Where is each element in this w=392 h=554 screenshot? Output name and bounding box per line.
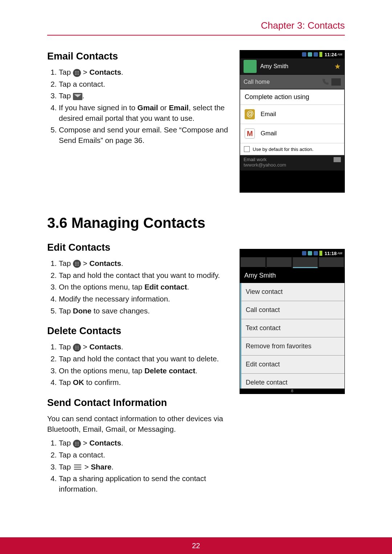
dialog-option-gmail[interactable]: Gmail (240, 124, 344, 143)
menu-edit-contact[interactable]: Edit contact (240, 356, 344, 374)
signal-icon (302, 251, 306, 255)
envelope-icon (334, 157, 341, 162)
chapter-title: Chapter 3: Contacts (261, 20, 345, 31)
step: Tap a sharing application to send the co… (59, 473, 230, 494)
apps-icon (73, 260, 81, 268)
apps-icon (73, 69, 81, 77)
edit-contacts-heading: Edit Contacts (47, 242, 230, 253)
network-icon (314, 251, 318, 255)
page-indicator: 8 (240, 389, 344, 394)
tab[interactable] (319, 257, 344, 268)
screenshots-column: 11:24AM Amy Smith ★ Call home Complete a… (240, 50, 345, 496)
page-header: Chapter 3: Contacts (47, 20, 345, 36)
step: If you have signed in to Gmail or Email,… (59, 103, 230, 123)
menu-title: Amy Smith (240, 268, 344, 283)
avatar (244, 60, 257, 73)
clock: 11:24 (324, 52, 336, 57)
screenshot-email-dialog: 11:24AM Amy Smith ★ Call home Complete a… (240, 50, 345, 193)
menu-remove-favorites[interactable]: Remove from favorites (240, 337, 344, 356)
dialog-title: Complete action using (240, 90, 344, 105)
menu-call-contact[interactable]: Call contact (240, 301, 344, 319)
phone-icon (321, 78, 329, 86)
page-footer: 22 (0, 537, 392, 554)
step: Tap Done to save changes. (59, 306, 230, 316)
step: Tap OK to confirm. (59, 377, 230, 388)
action-dialog: Complete action using Email Gmail Use by… (240, 89, 344, 155)
menu-view-contact[interactable]: View contact (240, 283, 344, 301)
email-contacts-steps: Tap > Contacts. Tap a contact. Tap . If … (47, 67, 230, 146)
delete-contacts-steps: Tap > Contacts. Tap and hold the contact… (47, 342, 230, 388)
step: Tap . (59, 91, 230, 101)
wifi-icon (308, 251, 312, 255)
step: Tap > Contacts. (59, 258, 230, 269)
step: On the options menu, tap Edit contact. (59, 282, 230, 292)
step: Tap and hold the contact that you want t… (59, 354, 230, 364)
edit-contacts-steps: Tap > Contacts. Tap and hold the contact… (47, 258, 230, 316)
apps-icon (73, 440, 81, 448)
send-contact-intro: You can send contact information to othe… (47, 414, 230, 434)
contact-name: Amy Smith (260, 63, 288, 70)
sms-icon (331, 78, 341, 86)
send-contact-steps: Tap > Contacts. Tap a contact. Tap > Sha… (47, 438, 230, 494)
status-bar: 11:24AM (240, 50, 344, 58)
apps-icon (73, 344, 81, 352)
dialog-option-email[interactable]: Email (240, 105, 344, 124)
tab-active[interactable] (293, 257, 318, 268)
step: Tap > Share. (59, 462, 230, 472)
dimmed-email-row: Email work twwork@yahoo.com (240, 155, 344, 171)
menu-text-contact[interactable]: Text contact (240, 319, 344, 337)
wifi-icon (308, 52, 312, 57)
gmail-app-icon (245, 128, 255, 139)
tab-bar (240, 257, 344, 268)
step: On the options menu, tap Delete contact. (59, 366, 230, 376)
network-icon (314, 52, 318, 57)
managing-contacts-heading: 3.6 Managing Contacts (47, 215, 230, 231)
step: Tap a contact. (59, 79, 230, 90)
menu-icon (73, 464, 82, 471)
call-label: Call home (244, 79, 270, 85)
battery-icon (319, 251, 322, 256)
battery-icon (319, 52, 322, 57)
signal-icon (302, 52, 306, 57)
step: Compose and send your email. See “Compos… (59, 125, 230, 145)
tab[interactable] (241, 257, 265, 268)
checkbox-icon[interactable] (244, 146, 250, 152)
default-checkbox-row[interactable]: Use by default for this action. (240, 143, 344, 155)
step: Tap > Contacts. (59, 438, 230, 448)
contact-header: Amy Smith ★ (240, 58, 344, 75)
call-home-row: Call home (240, 75, 344, 89)
email-contacts-heading: Email Contacts (47, 51, 230, 62)
clock: 11:18 (324, 251, 336, 256)
tab[interactable] (267, 257, 291, 268)
step: Modify the necessary information. (59, 294, 230, 304)
menu-delete-contact[interactable]: Delete contact (240, 374, 344, 389)
main-content: Email Contacts Tap > Contacts. Tap a con… (47, 50, 240, 496)
screenshot-context-menu: 11:18AM Amy Smith View contact Call cont… (240, 249, 345, 394)
send-contact-heading: Send Contact Information (47, 397, 230, 409)
favorite-star-icon: ★ (334, 62, 341, 71)
status-bar: 11:18AM (240, 249, 344, 257)
page-number: 22 (192, 542, 200, 550)
email-app-icon (245, 109, 255, 119)
mail-icon (73, 93, 82, 100)
step: Tap and hold the contact that you want t… (59, 270, 230, 281)
delete-contacts-heading: Delete Contacts (47, 325, 230, 337)
step: Tap > Contacts. (59, 342, 230, 352)
step: Tap a contact. (59, 450, 230, 460)
step: Tap > Contacts. (59, 67, 230, 78)
